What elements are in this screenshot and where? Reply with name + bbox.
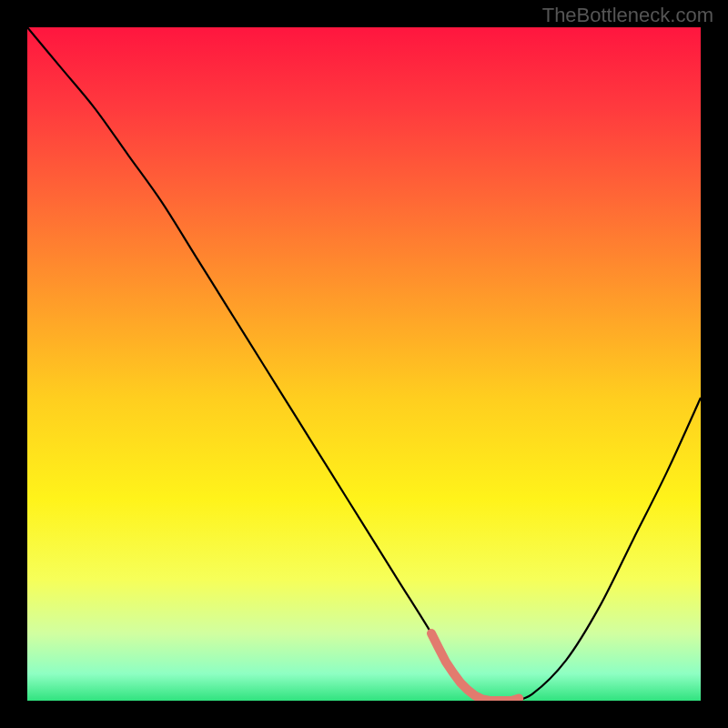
plot-area [27, 27, 701, 701]
watermark-text: TheBottleneck.com [542, 4, 713, 27]
chart-frame: TheBottleneck.com [0, 0, 728, 728]
optimal-range-marker [431, 633, 519, 701]
curve-layer [27, 27, 701, 701]
bottleneck-curve [27, 27, 701, 701]
